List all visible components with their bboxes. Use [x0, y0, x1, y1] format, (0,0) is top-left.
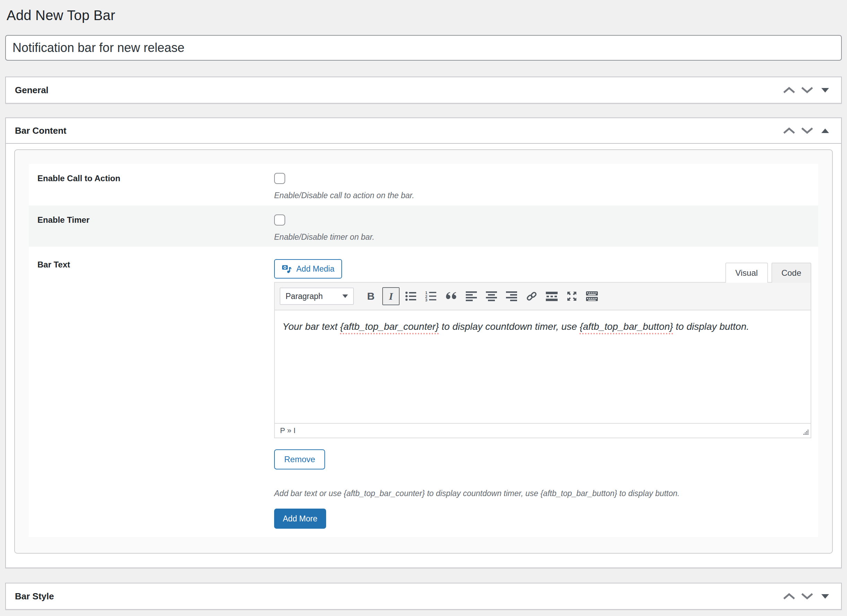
- move-down-button[interactable]: [798, 123, 816, 138]
- blockquote-icon: [445, 291, 457, 301]
- format-select-value: Paragraph: [286, 292, 323, 301]
- blockquote-button[interactable]: [443, 287, 460, 305]
- panel-bar-style: Bar Style: [5, 583, 842, 610]
- enable-timer-label: Enable Timer: [29, 214, 274, 242]
- bar-text-description: Add bar text or use {aftb_top_bar_counte…: [274, 489, 811, 498]
- tab-code[interactable]: Code: [772, 262, 811, 283]
- align-center-button[interactable]: [483, 287, 500, 305]
- media-icon: [282, 264, 292, 274]
- panel-bar-content-handles: [780, 123, 834, 138]
- editor-mode-tabs: Visual Code: [725, 262, 811, 282]
- bold-icon: [367, 291, 375, 301]
- bar-text-segment: Your bar text: [282, 321, 340, 332]
- svg-text:3: 3: [425, 298, 427, 301]
- italic-icon: [389, 291, 393, 301]
- editor-element-path: P » I: [280, 426, 296, 435]
- chevron-down-icon: [801, 593, 813, 600]
- italic-button[interactable]: [382, 287, 400, 305]
- panel-bar-content-header: Bar Content: [6, 118, 841, 144]
- tab-visual[interactable]: Visual: [725, 262, 768, 283]
- link-icon: [526, 291, 537, 302]
- format-select[interactable]: Paragraph: [280, 287, 354, 305]
- toggle-panel-button[interactable]: [816, 123, 834, 138]
- panel-bar-style-handles: [780, 589, 834, 604]
- fullscreen-icon: [566, 291, 577, 302]
- bar-text-label: Bar Text: [29, 259, 274, 529]
- chevron-up-icon: [783, 127, 795, 134]
- link-button[interactable]: [523, 287, 540, 305]
- enable-call-to-action-label: Enable Call to Action: [29, 173, 274, 200]
- align-left-icon: [466, 291, 477, 301]
- page-title: Add New Top Bar: [7, 7, 842, 23]
- move-up-button[interactable]: [780, 123, 798, 138]
- fullscreen-button[interactable]: [563, 287, 580, 305]
- align-center-icon: [486, 291, 497, 301]
- bar-text-token-button: {aftb_top_bar_button}: [580, 321, 673, 332]
- toggle-panel-button[interactable]: [816, 589, 834, 604]
- bar-text-segment: to display button.: [673, 321, 749, 332]
- editor-content-area[interactable]: Your bar text {aftb_top_bar_counter} to …: [275, 310, 811, 423]
- chevron-down-icon: [342, 295, 348, 298]
- resize-handle[interactable]: [802, 429, 809, 436]
- add-media-button[interactable]: Add Media: [274, 259, 342, 279]
- move-down-button[interactable]: [798, 589, 816, 604]
- bar-content-fields-box: Enable Call to Action Enable/Disable cal…: [14, 149, 833, 554]
- add-more-button[interactable]: Add More: [274, 508, 326, 529]
- keyboard-shortcuts-button[interactable]: [583, 287, 601, 305]
- read-more-button[interactable]: [543, 287, 561, 305]
- editor-toolbar: Paragraph: [275, 283, 811, 310]
- panel-bar-style-header: Bar Style: [6, 584, 841, 609]
- move-up-button[interactable]: [780, 589, 798, 604]
- bar-text-segment: to display countdown timer, use: [439, 321, 580, 332]
- panel-bar-content: Bar Content Enable Call to Action: [5, 118, 842, 568]
- chevron-up-icon: [783, 87, 795, 94]
- field-row-bar-text: Bar Text: [29, 247, 818, 537]
- add-new-top-bar-page: Add New Top Bar General Bar Content: [0, 0, 847, 610]
- panel-general-title: General: [15, 85, 49, 96]
- enable-call-to-action-description: Enable/Disable call to action on the bar…: [274, 191, 811, 200]
- move-down-button[interactable]: [798, 83, 816, 98]
- read-more-icon: [546, 291, 558, 301]
- enable-timer-checkbox[interactable]: [274, 214, 285, 225]
- panel-bar-content-body: Enable Call to Action Enable/Disable cal…: [6, 144, 841, 567]
- field-row-enable-timer: Enable Timer Enable/Disable timer on bar…: [29, 205, 818, 247]
- chevron-down-icon: [801, 127, 813, 134]
- enable-call-to-action-checkbox[interactable]: [274, 173, 285, 184]
- panel-bar-style-title: Bar Style: [15, 591, 54, 602]
- remove-button[interactable]: Remove: [274, 449, 325, 469]
- triangle-down-icon: [821, 88, 829, 93]
- toggle-panel-button[interactable]: [816, 83, 834, 98]
- align-right-button[interactable]: [503, 287, 520, 305]
- move-up-button[interactable]: [780, 83, 798, 98]
- chevron-down-icon: [801, 87, 813, 94]
- align-left-button[interactable]: [463, 287, 480, 305]
- panel-general-handles: [780, 83, 834, 98]
- bar-title-input[interactable]: [5, 35, 842, 60]
- enable-timer-description: Enable/Disable timer on bar.: [274, 233, 811, 242]
- panel-general-header: General: [6, 77, 841, 103]
- field-row-enable-call-to-action: Enable Call to Action Enable/Disable cal…: [29, 164, 818, 205]
- numbered-list-icon: 1 2 3: [425, 291, 437, 301]
- keyboard-icon: [586, 291, 598, 302]
- panel-general: General: [5, 77, 842, 103]
- align-right-icon: [506, 291, 517, 301]
- chevron-up-icon: [783, 593, 795, 600]
- triangle-down-icon: [821, 594, 829, 599]
- bullet-list-button[interactable]: [402, 287, 420, 305]
- bold-button[interactable]: [362, 287, 379, 305]
- triangle-up-icon: [821, 128, 829, 133]
- bar-text-token-counter: {aftb_top_bar_counter}: [340, 321, 439, 332]
- add-media-label: Add Media: [296, 265, 335, 273]
- editor-tools: Add Media Visual Code: [274, 259, 811, 282]
- editor-status-bar: P » I: [275, 423, 811, 438]
- editor-container: Paragraph: [274, 282, 811, 438]
- bullet-list-icon: [405, 291, 417, 301]
- panel-bar-content-title: Bar Content: [15, 125, 66, 136]
- numbered-list-button[interactable]: 1 2 3: [422, 287, 440, 305]
